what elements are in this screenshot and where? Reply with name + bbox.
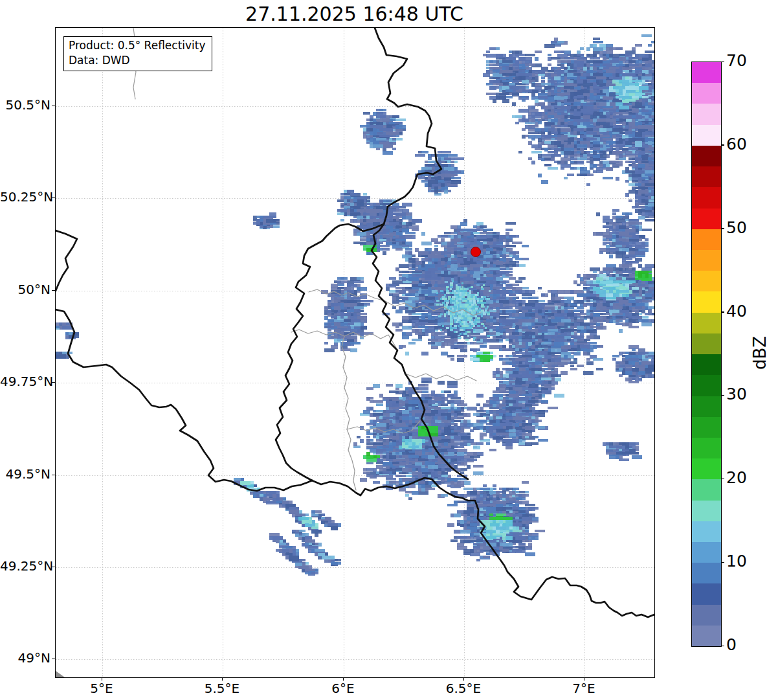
colorbar-segment bbox=[692, 542, 721, 563]
colorbar-segment bbox=[692, 187, 721, 208]
colorbar-segment bbox=[692, 521, 721, 542]
figure-root: 27.11.2025 16:48 UTC Product: 0.5° Refle… bbox=[0, 0, 778, 700]
colorbar bbox=[691, 62, 722, 647]
colorbar-tick-mark bbox=[721, 62, 724, 63]
y-tick-mark bbox=[52, 106, 55, 107]
colorbar-segment bbox=[692, 166, 721, 187]
colorbar-tick-label: 50 bbox=[726, 218, 747, 237]
colorbar-segment bbox=[692, 271, 721, 291]
data-source-line: Data: DWD bbox=[69, 53, 206, 68]
colorbar-segment bbox=[692, 146, 721, 166]
colorbar-tick-mark bbox=[721, 479, 724, 480]
colorbar-tick-label: 10 bbox=[726, 552, 747, 570]
colorbar-segment bbox=[692, 438, 721, 458]
map-plot-area: Product: 0.5° Reflectivity Data: DWD bbox=[55, 27, 655, 678]
colorbar-segment bbox=[692, 313, 721, 333]
x-tick-label: 5.5°E bbox=[193, 681, 251, 696]
colorbar-axis-label: dBZ bbox=[750, 336, 770, 370]
colorbar-tick-label: 40 bbox=[726, 302, 747, 321]
colorbar-segment bbox=[692, 605, 721, 626]
colorbar-segment bbox=[692, 458, 721, 479]
y-tick-mark bbox=[52, 475, 55, 476]
product-line: Product: 0.5° Reflectivity bbox=[69, 38, 206, 53]
y-tick-mark bbox=[52, 659, 55, 660]
colorbar-segment bbox=[692, 333, 721, 354]
y-tick-label: 49.25°N bbox=[0, 558, 50, 574]
plot-title: 27.11.2025 16:48 UTC bbox=[55, 3, 654, 25]
colorbar-segment bbox=[692, 626, 721, 646]
colorbar-segment bbox=[692, 479, 721, 500]
colorbar-segment bbox=[692, 375, 721, 396]
y-tick-label: 49.75°N bbox=[0, 374, 50, 389]
colorbar-segment bbox=[692, 62, 721, 83]
colorbar-segment bbox=[692, 125, 721, 146]
colorbar-segment bbox=[692, 354, 721, 375]
colorbar-tick-mark bbox=[721, 562, 724, 563]
colorbar-segment bbox=[692, 501, 721, 521]
product-info-box: Product: 0.5° Reflectivity Data: DWD bbox=[63, 36, 212, 71]
colorbar-segment bbox=[692, 291, 721, 312]
colorbar-tick-mark bbox=[721, 646, 724, 647]
colorbar-tick-mark bbox=[721, 311, 724, 313]
x-tick-label: 6°E bbox=[314, 681, 372, 696]
colorbar-tick-mark bbox=[721, 144, 724, 146]
colorbar-tick-mark bbox=[721, 228, 724, 229]
colorbar-tick-label: 20 bbox=[726, 468, 747, 487]
y-tick-label: 50.25°N bbox=[0, 189, 50, 205]
y-tick-label: 49°N bbox=[0, 650, 50, 666]
colorbar-tick-mark bbox=[721, 395, 724, 396]
y-tick-label: 49.5°N bbox=[0, 466, 50, 482]
colorbar-segment bbox=[692, 250, 721, 271]
colorbar-tick-label: 60 bbox=[726, 135, 747, 153]
radar-location-marker bbox=[471, 247, 481, 257]
colorbar-segment bbox=[692, 563, 721, 583]
colorbar-tick-label: 30 bbox=[726, 385, 747, 403]
colorbar-segment bbox=[692, 583, 721, 604]
radar-map-canvas bbox=[56, 28, 654, 677]
colorbar-segment bbox=[692, 417, 721, 438]
colorbar-segment bbox=[692, 396, 721, 417]
x-tick-label: 5°E bbox=[72, 681, 131, 696]
colorbar-segment bbox=[692, 229, 721, 250]
colorbar-segment bbox=[692, 83, 721, 104]
colorbar-tick-label: 0 bbox=[726, 635, 737, 654]
colorbar-tick-label: 70 bbox=[726, 51, 747, 70]
colorbar-segment bbox=[692, 104, 721, 124]
y-tick-label: 50.5°N bbox=[0, 97, 50, 113]
y-tick-label: 50°N bbox=[0, 282, 50, 297]
x-tick-label: 6.5°E bbox=[434, 681, 493, 696]
x-tick-label: 7°E bbox=[555, 681, 613, 696]
colorbar-segment bbox=[692, 209, 721, 229]
y-tick-mark bbox=[52, 290, 55, 291]
